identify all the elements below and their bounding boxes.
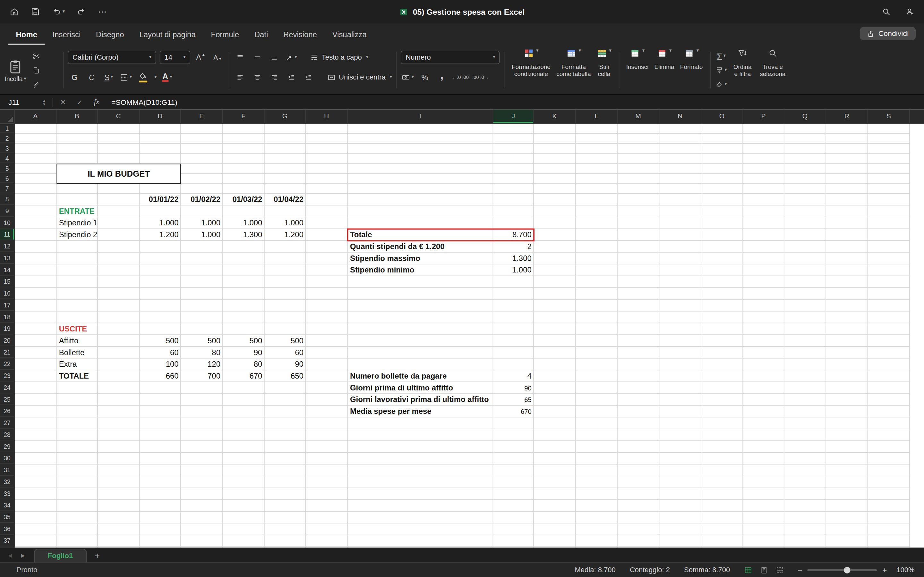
save-icon[interactable] — [31, 7, 40, 16]
format-painter-button[interactable] — [30, 78, 43, 91]
cell-E8[interactable]: 01/02/22 — [181, 193, 223, 205]
formula-input[interactable]: =SOMMA(D10:G11) — [111, 98, 178, 106]
column-header-C[interactable]: C — [98, 110, 140, 123]
tab-revisione[interactable]: Revisione — [276, 23, 325, 45]
decrease-indent-button[interactable] — [284, 70, 298, 84]
cell-G21[interactable]: 60 — [265, 347, 306, 359]
wrap-text-button[interactable]: Testo a capo▾ — [310, 53, 368, 61]
accept-icon[interactable]: ✓ — [71, 98, 87, 106]
prev-sheet-icon[interactable]: ◀ — [3, 553, 16, 558]
insert-function-icon[interactable]: fx — [88, 98, 105, 107]
row-header-34[interactable]: 34 — [0, 500, 14, 511]
font-size-select[interactable]: 14▾ — [160, 50, 191, 64]
cell-J13[interactable]: 1.300 — [493, 253, 534, 264]
row-header-19[interactable]: 19 — [0, 323, 14, 334]
row-header-22[interactable]: 22 — [0, 359, 14, 370]
column-header-N[interactable]: N — [659, 110, 701, 123]
sort-filter-button[interactable]: Ordina e filtra — [730, 47, 754, 93]
normal-view-icon[interactable] — [744, 566, 752, 574]
tab-inserisci[interactable]: Inserisci — [45, 23, 88, 45]
clear-button[interactable]: ▾ — [714, 77, 728, 91]
row-header-32[interactable]: 32 — [0, 476, 14, 488]
column-header-E[interactable]: E — [181, 110, 223, 123]
search-icon[interactable] — [882, 7, 891, 16]
cell-F21[interactable]: 90 — [223, 347, 264, 359]
column-header-H[interactable]: H — [306, 110, 347, 123]
tab-formule[interactable]: Formule — [204, 23, 247, 45]
row-header-24[interactable]: 24 — [0, 382, 14, 393]
cell-I12[interactable]: Quanti stipendi da € 1.200 — [348, 241, 493, 253]
cell-D22[interactable]: 100 — [140, 359, 181, 371]
cell-J11[interactable]: 8.700 — [493, 229, 534, 241]
cell-E22[interactable]: 120 — [181, 359, 223, 371]
format-cells-button[interactable]: ▾ Formato — [677, 47, 706, 93]
row-header-17[interactable]: 17 — [0, 300, 14, 311]
align-top-button[interactable] — [233, 50, 247, 64]
align-left-button[interactable] — [233, 70, 247, 84]
cell-D20[interactable]: 500 — [140, 335, 181, 347]
row-header-3[interactable]: 3 — [0, 143, 14, 153]
cell-F10[interactable]: 1.000 — [223, 218, 264, 229]
cell-E20[interactable]: 500 — [181, 335, 223, 347]
row-header-13[interactable]: 13 — [0, 253, 14, 264]
cell-J14[interactable]: 1.000 — [493, 264, 534, 276]
row-header-21[interactable]: 21 — [0, 347, 14, 358]
more-icon[interactable]: ⋯ — [98, 6, 107, 17]
share-button[interactable]: Condividi — [859, 27, 916, 40]
cell-I11[interactable]: Totale — [348, 229, 493, 241]
cell-I26[interactable]: Media spese per mese — [348, 406, 493, 418]
borders-button[interactable]: ▾ — [119, 70, 132, 84]
undo-button[interactable]: ▾ — [52, 7, 65, 16]
column-header-O[interactable]: O — [701, 110, 743, 123]
column-header-R[interactable]: R — [826, 110, 868, 123]
tab-disegno[interactable]: Disegno — [88, 23, 132, 45]
merged-title-cell[interactable]: IL MIO BUDGET — [57, 164, 181, 184]
orientation-button[interactable]: ▾ — [284, 50, 298, 64]
cell-I25[interactable]: Giorni lavorativi prima di ultimo affitt… — [348, 394, 493, 406]
cell-J25[interactable]: 65 — [493, 394, 534, 406]
delete-cells-button[interactable]: ▾ Elimina — [651, 47, 677, 93]
row-header-36[interactable]: 36 — [0, 524, 14, 535]
shrink-font-button[interactable]: A▼ — [211, 50, 225, 64]
cut-button[interactable] — [30, 50, 43, 63]
row-header-18[interactable]: 18 — [0, 311, 14, 323]
account-icon[interactable] — [905, 7, 914, 16]
font-color-button[interactable]: A▾ — [160, 70, 174, 84]
cell-E21[interactable]: 80 — [181, 347, 223, 359]
row-header-6[interactable]: 6 — [0, 174, 14, 183]
align-center-button[interactable] — [250, 70, 264, 84]
row-header-15[interactable]: 15 — [0, 276, 14, 287]
currency-format-button[interactable]: ▾ — [401, 70, 415, 84]
cell-J24[interactable]: 90 — [493, 382, 534, 394]
column-header-D[interactable]: D — [140, 110, 181, 123]
page-break-view-icon[interactable] — [776, 566, 784, 574]
italic-button[interactable]: C — [85, 70, 98, 84]
cell-B10[interactable]: Stipendio 1 — [57, 218, 98, 229]
row-header-25[interactable]: 25 — [0, 394, 14, 405]
row-header-10[interactable]: 10 — [0, 218, 14, 229]
cell-G20[interactable]: 500 — [265, 335, 306, 347]
row-header-30[interactable]: 30 — [0, 453, 14, 464]
fill-color-button[interactable] — [136, 70, 150, 84]
name-box[interactable]: J11 — [0, 98, 42, 106]
cell-D23[interactable]: 660 — [140, 370, 181, 382]
row-header-33[interactable]: 33 — [0, 488, 14, 500]
tab-layout-di-pagina[interactable]: Layout di pagina — [132, 23, 204, 45]
column-header-Q[interactable]: Q — [784, 110, 826, 123]
row-header-5[interactable]: 5 — [0, 164, 14, 173]
row-header-29[interactable]: 29 — [0, 441, 14, 452]
cell-D8[interactable]: 01/01/22 — [140, 193, 181, 205]
add-sheet-icon[interactable]: + — [95, 550, 100, 560]
cell-I13[interactable]: Stipendio massimo — [348, 253, 493, 264]
font-name-select[interactable]: Calibri (Corpo)▾ — [68, 50, 156, 64]
column-header-B[interactable]: B — [57, 110, 98, 123]
copy-button[interactable] — [30, 64, 43, 77]
find-select-button[interactable]: Trova e seleziona — [757, 47, 788, 93]
cell-F20[interactable]: 500 — [223, 335, 264, 347]
cell-G10[interactable]: 1.000 — [265, 218, 306, 229]
row-header-28[interactable]: 28 — [0, 429, 14, 440]
redo-button[interactable] — [77, 7, 86, 16]
number-format-select[interactable]: Numero▾ — [401, 50, 500, 64]
cell-F23[interactable]: 670 — [223, 370, 264, 382]
merge-center-button[interactable]: Unisci e centra▾ — [327, 73, 392, 82]
